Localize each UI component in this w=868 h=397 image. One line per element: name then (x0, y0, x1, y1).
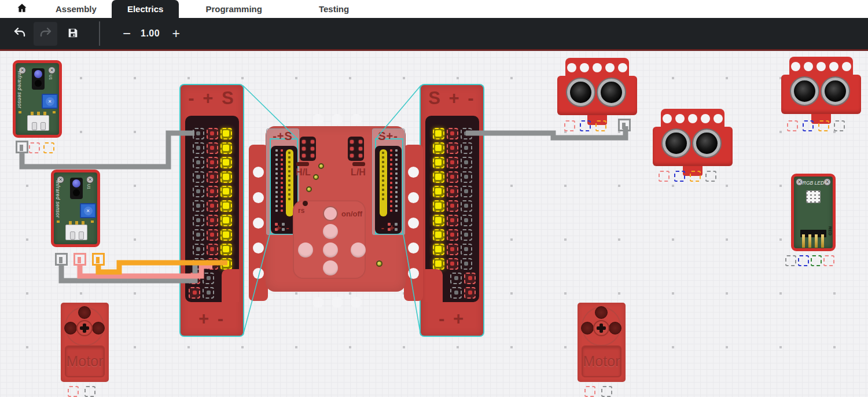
dpad-center-button[interactable] (323, 242, 338, 258)
strip-pad-gray[interactable] (461, 128, 472, 139)
zoom-in-button[interactable]: + (169, 26, 183, 42)
strip-pad-gray[interactable] (193, 229, 204, 241)
motor-left[interactable]: Motor (61, 303, 109, 382)
strip-pad-gray[interactable] (461, 171, 472, 183)
strip-pad-gray[interactable] (450, 273, 462, 284)
strip-pad-gray[interactable] (193, 215, 204, 226)
wire-gray-ir2[interactable] (61, 264, 195, 281)
strip-pad-red[interactable] (447, 229, 458, 241)
strip-pad-red[interactable] (464, 287, 476, 299)
strip-pad-gray[interactable] (193, 157, 204, 168)
strip-pad-yellow[interactable] (220, 128, 232, 139)
strip-pad-red[interactable] (447, 258, 458, 270)
strip-pad-red[interactable] (207, 171, 218, 183)
connection-pad-gray[interactable] (785, 255, 796, 266)
strip-pad-yellow[interactable] (220, 229, 232, 241)
strip-pad-gray[interactable] (461, 142, 472, 154)
wire-connector-gray[interactable] (16, 141, 28, 153)
strip-pad-red[interactable] (447, 157, 458, 168)
connection-pad-blue[interactable] (674, 171, 685, 182)
strip-pad-gray[interactable] (461, 215, 472, 226)
connection-pad-green[interactable] (811, 255, 822, 266)
connection-pad-gray[interactable] (601, 386, 612, 397)
strip-pad-yellow[interactable] (220, 186, 232, 197)
strip-pad-gray[interactable] (193, 244, 204, 255)
rgb-led-module[interactable]: ✕ ✕ RGB LED RED (791, 174, 836, 251)
strip-pad-red[interactable] (207, 258, 218, 270)
connection-pad-blue[interactable] (580, 120, 591, 131)
ir-trimmer[interactable] (80, 203, 96, 218)
home-button[interactable] (13, 0, 31, 18)
strip-pad-red[interactable] (207, 244, 218, 255)
strip-pad-yellow[interactable] (220, 244, 232, 255)
strip-pad-gray[interactable] (461, 229, 472, 241)
tab-assembly[interactable]: Assembly (45, 0, 107, 18)
undo-button[interactable] (12, 25, 28, 42)
strip-pad-gray[interactable] (193, 142, 204, 154)
connection-pad-red[interactable] (29, 142, 40, 153)
strip-pad-gray[interactable] (193, 171, 204, 183)
strip-pad-gray[interactable] (193, 186, 204, 197)
controller-right-socket[interactable] (348, 137, 364, 161)
dpad-up-button[interactable] (323, 224, 338, 239)
wire-connector-gray[interactable] (55, 253, 68, 266)
tab-testing[interactable]: Testing (308, 0, 359, 18)
redo-button[interactable] (34, 22, 57, 46)
connection-pad-gray[interactable] (834, 120, 845, 131)
strip-pad-yellow[interactable] (220, 215, 232, 226)
strip-pad-yellow[interactable] (433, 244, 444, 255)
connection-pad-orange[interactable] (690, 171, 701, 182)
infrared-sensor-2[interactable]: ✕ ✕ Infrared sensor U1 (51, 170, 100, 247)
strip-pad-yellow[interactable] (220, 142, 232, 154)
strip-pad-yellow[interactable] (220, 200, 232, 212)
ir-trimmer[interactable] (42, 94, 58, 109)
strip-pad-red[interactable] (207, 186, 218, 197)
strip-pad-red[interactable] (447, 171, 458, 183)
dpad-left-button[interactable] (298, 242, 313, 258)
connection-pad-gray[interactable] (705, 171, 716, 182)
strip-pad-gray[interactable] (450, 287, 462, 299)
strip-pad-yellow[interactable] (433, 200, 444, 212)
reset-button[interactable] (303, 201, 308, 206)
connection-pad-gray[interactable] (84, 386, 95, 397)
connection-pad-blue[interactable] (798, 255, 809, 266)
strip-pad-red[interactable] (189, 287, 200, 299)
strip-pad-yellow[interactable] (433, 142, 444, 154)
connection-pad-orange[interactable] (818, 120, 829, 131)
strip-pad-yellow[interactable] (433, 171, 444, 183)
strip-pad-yellow[interactable] (220, 171, 232, 183)
wire-connector-orange[interactable] (92, 253, 105, 266)
strip-pad-gray[interactable] (193, 258, 204, 270)
strip-pad-yellow[interactable] (433, 128, 444, 139)
zoom-out-button[interactable]: − (120, 25, 134, 42)
strip-pad-yellow[interactable] (433, 186, 444, 197)
strip-pad-red[interactable] (464, 273, 476, 284)
strip-pad-red[interactable] (189, 273, 200, 284)
strip-pad-red[interactable] (447, 215, 458, 226)
strip-pad-gray[interactable] (461, 186, 472, 197)
strip-pad-gray[interactable] (461, 258, 472, 270)
strip-pad-red[interactable] (207, 200, 218, 212)
strip-pad-gray[interactable] (203, 287, 214, 299)
strip-pad-red[interactable] (447, 244, 458, 255)
strip-pad-gray[interactable] (461, 244, 472, 255)
strip-pad-red[interactable] (207, 157, 218, 168)
tab-programming[interactable]: Programming (195, 0, 273, 18)
connection-pad-red[interactable] (584, 386, 595, 397)
ultrasonic-sensor-3[interactable] (781, 57, 861, 124)
strip-pad-gray[interactable] (461, 200, 472, 212)
connection-pad-blue[interactable] (803, 120, 814, 131)
save-button[interactable] (65, 25, 81, 42)
motor-right[interactable]: Motor (578, 303, 626, 382)
infrared-sensor-1[interactable]: ✕ ✕ Infrared sensor U1 (13, 60, 62, 138)
connection-pad-red[interactable] (68, 386, 79, 397)
connection-pad-red[interactable] (564, 120, 575, 131)
strip-pad-yellow[interactable] (433, 157, 444, 168)
strip-pad-yellow[interactable] (220, 258, 232, 270)
connection-pad-red[interactable] (823, 255, 834, 266)
connection-pad-orange[interactable] (43, 142, 54, 153)
strip-pad-red[interactable] (207, 215, 218, 226)
connection-pad-red[interactable] (787, 120, 798, 131)
strip-pad-yellow[interactable] (433, 229, 444, 241)
strip-pad-gray[interactable] (193, 128, 204, 139)
